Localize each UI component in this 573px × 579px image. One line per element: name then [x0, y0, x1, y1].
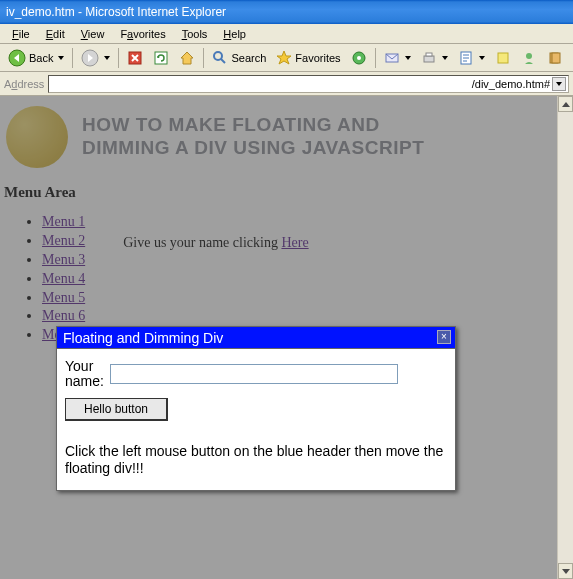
star-icon [276, 50, 292, 66]
svg-point-13 [526, 53, 532, 59]
dropdown-icon [442, 56, 448, 60]
dialog-title: Floating and Dimming Div [63, 330, 223, 346]
search-label: Search [231, 52, 266, 64]
address-label: Address [4, 78, 44, 90]
svg-point-7 [357, 56, 361, 60]
window-titlebar: iv_demo.htm - Microsoft Internet Explore… [0, 0, 573, 24]
address-dropdown-icon[interactable] [552, 77, 566, 91]
media-icon [351, 50, 367, 66]
search-icon [212, 50, 228, 66]
refresh-button[interactable] [149, 48, 173, 68]
menubar: File Edit View Favorites Tools Help [0, 24, 573, 44]
dropdown-icon [405, 56, 411, 60]
dialog-body: Your name: Hello button Click the left m… [57, 349, 455, 490]
vertical-scrollbar[interactable] [557, 96, 573, 579]
edit-button[interactable] [454, 48, 489, 68]
address-url: /div_demo.htm# [472, 78, 550, 90]
svg-point-4 [214, 52, 222, 60]
dropdown-icon [479, 56, 485, 60]
dialog-header[interactable]: Floating and Dimming Div × [57, 327, 455, 349]
name-label: Your name: [65, 359, 104, 390]
home-icon [179, 50, 195, 66]
name-input[interactable] [110, 364, 398, 384]
back-icon [8, 49, 26, 67]
toolbar: Back Search Favorites [0, 44, 573, 72]
scroll-up-icon[interactable] [558, 96, 573, 112]
refresh-icon [153, 50, 169, 66]
svg-rect-10 [426, 53, 432, 56]
favorites-label: Favorites [295, 52, 340, 64]
menu-tools[interactable]: Tools [176, 26, 214, 42]
messenger-icon [521, 50, 537, 66]
media-button[interactable] [347, 48, 371, 68]
name-label-line1: Your [65, 358, 93, 374]
stop-icon [127, 50, 143, 66]
research-button[interactable] [543, 48, 567, 68]
separator [203, 48, 204, 68]
svg-line-5 [221, 59, 225, 63]
window-title: iv_demo.htm - Microsoft Internet Explore… [6, 5, 226, 19]
menu-edit[interactable]: Edit [40, 26, 71, 42]
print-icon [421, 50, 437, 66]
separator [375, 48, 376, 68]
svg-rect-9 [424, 56, 434, 62]
dropdown-icon [58, 56, 64, 60]
home-button[interactable] [175, 48, 199, 68]
print-button[interactable] [417, 48, 452, 68]
search-button[interactable]: Search [208, 48, 270, 68]
messenger-button[interactable] [517, 48, 541, 68]
floating-dialog: Floating and Dimming Div × Your name: He… [56, 326, 456, 491]
scroll-down-icon[interactable] [558, 563, 573, 579]
forward-button[interactable] [77, 47, 114, 69]
svg-rect-3 [155, 52, 167, 64]
research-icon [547, 50, 563, 66]
dropdown-icon [104, 56, 110, 60]
stop-button[interactable] [123, 48, 147, 68]
menu-favorites[interactable]: Favorites [114, 26, 171, 42]
hello-button[interactable]: Hello button [65, 398, 168, 421]
favorites-button[interactable]: Favorites [272, 48, 344, 68]
name-row: Your name: [65, 359, 447, 390]
name-label-line2: name: [65, 373, 104, 389]
back-button[interactable]: Back [4, 47, 68, 69]
menu-help[interactable]: Help [217, 26, 252, 42]
back-label: Back [29, 52, 53, 64]
forward-icon [81, 49, 99, 67]
separator [72, 48, 73, 68]
dialog-close-button[interactable]: × [437, 330, 451, 344]
separator [118, 48, 119, 68]
edit-icon [458, 50, 474, 66]
menu-file[interactable]: File [6, 26, 36, 42]
mail-button[interactable] [380, 48, 415, 68]
note-icon [495, 50, 511, 66]
address-field[interactable]: /div_demo.htm# [48, 75, 569, 93]
mail-icon [384, 50, 400, 66]
note-button[interactable] [491, 48, 515, 68]
address-bar: Address /div_demo.htm# [0, 72, 573, 96]
menu-view[interactable]: View [75, 26, 111, 42]
svg-rect-15 [552, 53, 560, 63]
svg-rect-12 [498, 53, 508, 63]
dialog-instruction: Click the left mouse button on the blue … [65, 443, 447, 478]
